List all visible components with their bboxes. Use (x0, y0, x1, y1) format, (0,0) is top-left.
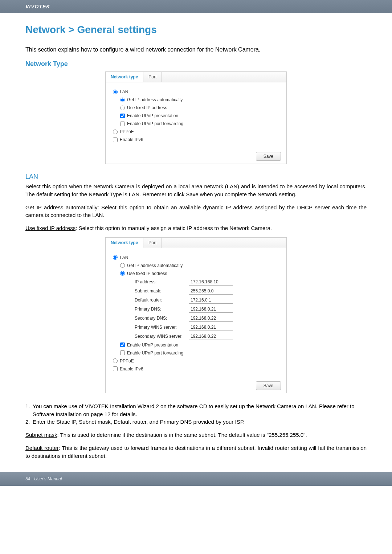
upnp-presentation-label: Enable UPnP presentation (127, 113, 178, 118)
enable-ipv6-label: Enable IPv6 (120, 137, 143, 142)
ip-address-input[interactable] (189, 279, 233, 286)
config-panel-2-container: Network type Port LAN Get IP address aut… (25, 237, 367, 393)
secondary-wins-input[interactable] (189, 333, 233, 340)
page-title: Network > General settings (25, 24, 367, 36)
get-ip-auto-label: Get IP address automatically (127, 97, 183, 102)
subnet-mask-para: Subnet mask: This is used to determine i… (25, 431, 367, 439)
primary-wins-label: Primary WINS server: (135, 325, 189, 330)
get-ip-auto-radio[interactable] (120, 98, 125, 102)
lan-body-heading: LAN (25, 173, 367, 181)
brand-logo: VIVOTEK (25, 4, 50, 9)
secondary-dns-input[interactable] (189, 315, 233, 322)
subnet-mask-input[interactable] (189, 288, 233, 295)
upnp-presentation-checkbox[interactable] (120, 114, 125, 118)
upnp-port-forwarding-row: Enable UPnP port forwarding (113, 349, 279, 357)
lan-para-text: Select this option when the Network Came… (25, 183, 367, 197)
upnp-port-forwarding-row: Enable UPnP port forwarding (113, 120, 279, 128)
use-fixed-ip-radio[interactable] (120, 106, 125, 110)
default-router-para: Default router: This is the gateway used… (25, 444, 367, 460)
pppoe-label: PPPoE (120, 129, 134, 134)
primary-dns-row: Primary DNS: (113, 305, 279, 314)
upnp-port-forwarding-checkbox[interactable] (120, 350, 125, 355)
network-type-heading: Network Type (25, 60, 367, 68)
secondary-dns-row: Secondary DNS: (113, 314, 279, 323)
save-row: Save (106, 378, 286, 393)
tab-network-type[interactable]: Network type (106, 238, 143, 248)
subnet-mask-label: Subnet mask: (135, 288, 189, 294)
enable-ipv6-checkbox[interactable] (113, 138, 118, 142)
default-router-input[interactable] (189, 297, 233, 304)
pppoe-radio[interactable] (113, 130, 118, 134)
enable-ipv6-checkbox[interactable] (113, 366, 118, 371)
get-ip-auto-row: Get IP address automatically (113, 262, 279, 270)
lan-label: LAN (120, 89, 128, 94)
save-row: Save (106, 149, 286, 164)
use-fixed-ip-label: Use fixed IP address (127, 271, 167, 276)
lan-radio[interactable] (113, 90, 118, 94)
config-panel-1-container: Network type Port LAN Get IP address aut… (25, 71, 367, 164)
upnp-port-forwarding-checkbox[interactable] (120, 122, 125, 126)
page-header: VIVOTEK (0, 0, 392, 13)
lan-row: LAN (113, 88, 279, 96)
tab-port[interactable]: Port (143, 238, 162, 248)
get-ip-para: Get IP address automatically: Select thi… (25, 204, 367, 219)
pppoe-row: PPPoE (113, 128, 279, 136)
use-fixed-ip-row: Use fixed IP address (113, 270, 279, 278)
primary-wins-input[interactable] (189, 324, 233, 331)
tab-network-type[interactable]: Network type (106, 72, 143, 82)
use-fixed-underline: Use fixed IP address (25, 225, 75, 231)
page-content: Network > General settings This section … (0, 13, 392, 472)
default-router-row: Default router: (113, 296, 279, 305)
get-ip-auto-radio[interactable] (120, 263, 125, 268)
secondary-wins-label: Secondary WINS server: (135, 334, 189, 339)
default-router-text: : This is the gateway used to forward fr… (25, 445, 367, 459)
panel-body: LAN Get IP address automatically Use fix… (106, 248, 286, 378)
use-fixed-para: Use fixed IP address: Select this option… (25, 224, 367, 232)
save-button[interactable]: Save (256, 152, 281, 161)
lan-body-para: Select this option when the Network Came… (25, 182, 367, 198)
primary-wins-row: Primary WINS server: (113, 323, 279, 332)
list-item: 2. Enter the Static IP, Subnet mask, Def… (25, 418, 367, 426)
list-number: 2. (25, 418, 33, 426)
upnp-port-forwarding-label: Enable UPnP port forwarding (127, 121, 183, 126)
instructions-list: 1. You can make use of VIVOTEK Installat… (25, 402, 367, 426)
use-fixed-ip-label: Use fixed IP address (127, 105, 167, 110)
enable-ipv6-row: Enable IPv6 (113, 365, 279, 373)
lan-label: LAN (120, 255, 128, 260)
get-ip-auto-label: Get IP address automatically (127, 263, 183, 268)
panel-body: LAN Get IP address automatically Use fix… (106, 82, 286, 149)
subnet-mask-row: Subnet mask: (113, 287, 279, 296)
config-panel-2: Network type Port LAN Get IP address aut… (105, 237, 287, 393)
use-fixed-text: : Select this option to manually assign … (75, 225, 272, 231)
secondary-dns-label: Secondary DNS: (135, 316, 189, 321)
upnp-presentation-label: Enable UPnP presentation (127, 342, 178, 348)
pppoe-radio[interactable] (113, 358, 118, 363)
ip-address-label: IP address: (135, 279, 189, 284)
subnet-mask-underline: Subnet mask (25, 432, 57, 438)
primary-dns-label: Primary DNS: (135, 307, 189, 312)
pppoe-label: PPPoE (120, 358, 134, 364)
tabs: Network type Port (106, 72, 286, 82)
enable-ipv6-row: Enable IPv6 (113, 136, 279, 144)
use-fixed-ip-row: Use fixed IP address (113, 104, 279, 112)
upnp-presentation-row: Enable UPnP presentation (113, 341, 279, 349)
primary-dns-input[interactable] (189, 306, 233, 313)
upnp-presentation-checkbox[interactable] (120, 342, 125, 347)
list-item-text: Enter the Static IP, Subnet mask, Defaul… (33, 418, 245, 426)
save-button[interactable]: Save (256, 381, 281, 390)
tab-port[interactable]: Port (143, 72, 162, 82)
footer-text: 54 - User's Manual (25, 476, 62, 481)
lan-radio[interactable] (113, 255, 118, 260)
upnp-presentation-row: Enable UPnP presentation (113, 112, 279, 120)
ip-address-row: IP address: (113, 278, 279, 287)
page-footer: 54 - User's Manual (0, 472, 392, 486)
subnet-mask-text: : This is used to determine if the desti… (57, 432, 307, 438)
enable-ipv6-label: Enable IPv6 (120, 366, 143, 372)
get-ip-underline: Get IP address automatically (25, 204, 97, 210)
pppoe-row: PPPoE (113, 357, 279, 365)
default-router-underline: Default router (25, 445, 59, 451)
get-ip-auto-row: Get IP address automatically (113, 96, 279, 104)
lan-row: LAN (113, 254, 279, 262)
use-fixed-ip-radio[interactable] (120, 271, 125, 276)
list-item: 1. You can make use of VIVOTEK Installat… (25, 402, 367, 418)
